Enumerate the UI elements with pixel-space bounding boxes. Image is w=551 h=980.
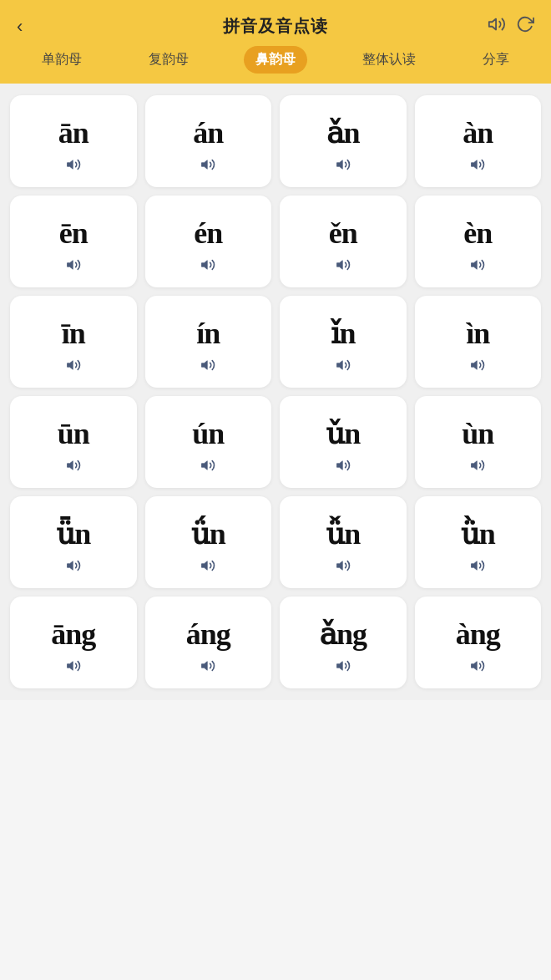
phonics-text: én bbox=[194, 217, 222, 251]
phonics-card[interactable]: èn bbox=[415, 195, 542, 287]
sound-icon bbox=[64, 558, 83, 573]
phonics-card[interactable]: ìn bbox=[415, 296, 542, 388]
sound-icon bbox=[64, 257, 83, 272]
volume-icon[interactable] bbox=[488, 15, 506, 38]
sound-icon bbox=[334, 358, 352, 373]
tab-single-vowel[interactable]: 单韵母 bbox=[30, 46, 94, 74]
svg-marker-4 bbox=[472, 160, 478, 170]
phonics-card[interactable]: ěn bbox=[280, 195, 407, 287]
phonics-card[interactable]: ǎn bbox=[280, 95, 407, 187]
svg-marker-11 bbox=[336, 361, 342, 370]
phonics-card[interactable]: ǔn bbox=[280, 396, 407, 488]
phonics-text: án bbox=[193, 117, 223, 150]
header: ‹ 拼音及音点读 单韵母 复韵母 鼻韵母 整体认读 bbox=[0, 0, 551, 84]
phonics-text: ǚn bbox=[326, 518, 360, 551]
phonics-text: àng bbox=[456, 618, 500, 652]
sound-icon bbox=[334, 458, 352, 473]
svg-marker-24 bbox=[472, 662, 478, 671]
sound-icon bbox=[334, 157, 352, 172]
phonics-card[interactable]: ǎng bbox=[280, 597, 407, 688]
phonics-card[interactable]: ūn bbox=[10, 396, 137, 488]
phonics-text: ǔn bbox=[326, 418, 360, 451]
phonics-text: ūn bbox=[58, 418, 89, 451]
phonics-text: ǎng bbox=[320, 618, 366, 652]
phonics-card[interactable]: ún bbox=[145, 396, 272, 488]
sound-icon bbox=[468, 157, 487, 172]
svg-marker-21 bbox=[67, 662, 73, 671]
sound-icon bbox=[64, 458, 83, 473]
phonics-card[interactable]: ǚn bbox=[280, 496, 407, 588]
phonics-card[interactable]: ǜn bbox=[415, 496, 542, 588]
phonics-card[interactable]: āng bbox=[10, 597, 137, 688]
phonics-text: ān bbox=[58, 117, 88, 150]
phonics-card[interactable]: áng bbox=[145, 597, 272, 688]
phonics-card[interactable]: īn bbox=[10, 296, 137, 388]
phonics-text: ǐn bbox=[331, 317, 356, 351]
svg-marker-16 bbox=[472, 461, 478, 470]
svg-marker-1 bbox=[67, 160, 73, 170]
content-area: ān án ǎn àn ēn én ěn èn bbox=[0, 84, 551, 700]
phonics-text: ǎn bbox=[326, 117, 359, 150]
svg-marker-19 bbox=[336, 561, 342, 571]
sound-icon bbox=[199, 157, 217, 172]
svg-marker-6 bbox=[202, 261, 208, 270]
phonics-text: ǘn bbox=[191, 518, 225, 551]
sound-icon bbox=[334, 658, 352, 673]
refresh-icon[interactable] bbox=[516, 15, 534, 38]
sound-icon bbox=[64, 658, 83, 673]
svg-marker-23 bbox=[336, 662, 342, 671]
tab-whole-reading[interactable]: 整体认读 bbox=[351, 46, 427, 74]
svg-marker-9 bbox=[67, 361, 73, 370]
sound-icon bbox=[199, 257, 217, 272]
sound-icon bbox=[334, 558, 352, 573]
phonics-text: ǜn bbox=[461, 518, 495, 551]
phonics-text: àn bbox=[463, 117, 493, 150]
svg-marker-12 bbox=[472, 361, 478, 370]
svg-marker-17 bbox=[67, 561, 73, 571]
header-icons bbox=[488, 15, 534, 38]
phonics-text: èn bbox=[463, 217, 492, 251]
sound-icon bbox=[468, 458, 487, 473]
svg-marker-8 bbox=[472, 261, 478, 270]
svg-marker-14 bbox=[202, 461, 208, 470]
svg-marker-20 bbox=[472, 561, 478, 571]
sound-icon bbox=[199, 458, 217, 473]
phonics-card[interactable]: ùn bbox=[415, 396, 542, 488]
svg-marker-13 bbox=[67, 461, 73, 470]
sound-icon bbox=[334, 257, 352, 272]
sound-icon bbox=[199, 358, 217, 373]
phonics-card[interactable]: ǐn bbox=[280, 296, 407, 388]
phonics-card[interactable]: án bbox=[145, 95, 272, 187]
svg-marker-2 bbox=[202, 160, 208, 170]
phonics-card[interactable]: àng bbox=[415, 597, 542, 688]
svg-marker-3 bbox=[336, 160, 342, 170]
back-button[interactable]: ‹ bbox=[17, 16, 23, 38]
sound-icon bbox=[468, 257, 487, 272]
phonics-card[interactable]: ān bbox=[10, 95, 137, 187]
svg-marker-5 bbox=[67, 261, 73, 270]
phonics-text: ǖn bbox=[56, 518, 90, 551]
tab-nasal-vowel[interactable]: 鼻韵母 bbox=[244, 46, 307, 74]
phonics-card[interactable]: ǘn bbox=[145, 496, 272, 588]
sound-icon bbox=[199, 558, 217, 573]
phonics-card[interactable]: ín bbox=[145, 296, 272, 388]
svg-marker-7 bbox=[336, 261, 342, 270]
sound-icon bbox=[468, 358, 487, 373]
phonics-text: ùn bbox=[462, 418, 493, 451]
sound-icon bbox=[64, 157, 83, 172]
phonics-text: āng bbox=[51, 618, 95, 652]
tab-share[interactable]: 分享 bbox=[471, 46, 521, 74]
phonics-grid: ān án ǎn àn ēn én ěn èn bbox=[10, 95, 541, 688]
svg-marker-0 bbox=[489, 19, 496, 30]
tab-compound-vowel[interactable]: 复韵母 bbox=[137, 46, 200, 74]
phonics-card[interactable]: ǖn bbox=[10, 496, 137, 588]
sound-icon bbox=[64, 358, 83, 373]
sound-icon bbox=[468, 658, 487, 673]
phonics-text: ēn bbox=[59, 217, 88, 251]
page-title: 拼音及音点读 bbox=[223, 15, 328, 38]
phonics-card[interactable]: én bbox=[145, 195, 272, 287]
phonics-card[interactable]: ēn bbox=[10, 195, 137, 287]
phonics-card[interactable]: àn bbox=[415, 95, 542, 187]
sound-icon bbox=[199, 658, 217, 673]
phonics-text: áng bbox=[186, 618, 230, 652]
